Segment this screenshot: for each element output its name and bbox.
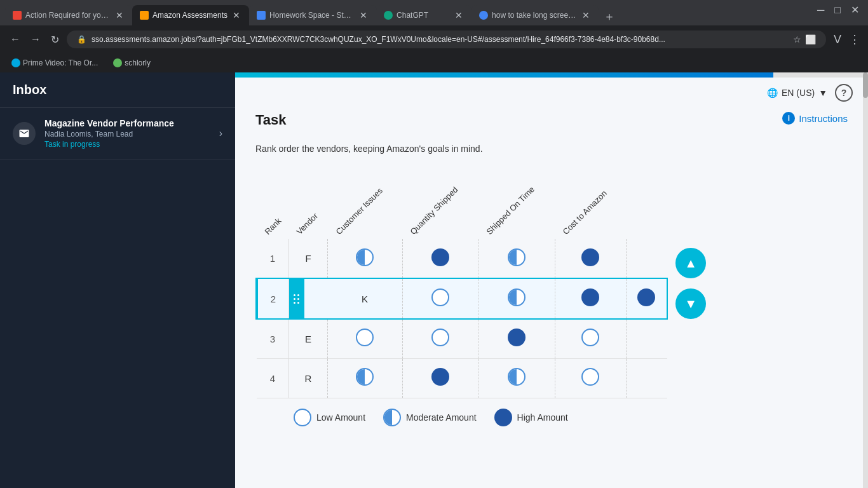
legend-low: Low Amount (294, 409, 365, 426)
data-cell (328, 239, 403, 278)
minimize-button[interactable]: ─ (813, 3, 828, 17)
browser-chrome: Action Required for your Am ✕ Amazon Ass… (0, 0, 868, 72)
moderate-circle (356, 248, 374, 266)
data-cell (626, 278, 667, 319)
extensions-icon[interactable]: ⬜ (805, 34, 816, 44)
tab-google-close[interactable]: ✕ (581, 10, 591, 21)
high-circle (431, 248, 449, 266)
tab-google[interactable]: how to take long screensho ✕ (471, 5, 599, 25)
low-circle (356, 329, 374, 346)
vendor-column-header: Vendor (288, 169, 327, 239)
tab-gmail-close[interactable]: ✕ (114, 10, 125, 21)
url-text: sso.assessments.amazon.jobs/?auth=jbFGb1… (92, 35, 788, 44)
menu-icon[interactable]: ⋮ (849, 32, 860, 46)
scrollbar-track (863, 72, 868, 488)
scrollbar-thumb[interactable] (863, 72, 868, 98)
legend-moderate: Moderate Amount (383, 409, 477, 426)
shipped-on-time-column-header: Shipped On Time (478, 169, 555, 239)
sidebar-item-status: Task in progress (44, 140, 210, 149)
quantity-shipped-column-header: Quantity Shipped (402, 169, 478, 239)
maximize-button[interactable]: □ (831, 3, 844, 17)
rank-cell: 4 (257, 358, 288, 398)
table-row: 3E (257, 319, 667, 358)
data-cell (328, 358, 403, 398)
tab-studyx-close[interactable]: ✕ (358, 10, 369, 21)
window-controls: ─ □ ✕ (813, 3, 863, 17)
tab-amazon-close[interactable]: ✕ (231, 10, 241, 21)
language-label: EN (US) (782, 88, 815, 98)
low-circle (581, 368, 599, 386)
bookmark-star-icon[interactable]: ☆ (793, 34, 801, 44)
data-cell (402, 319, 478, 358)
data-cell (478, 319, 555, 358)
mail-icon (13, 122, 36, 145)
data-cell (478, 239, 555, 278)
data-cell (555, 239, 626, 278)
tab-chatgpt[interactable]: ChatGPT ✕ (376, 5, 471, 25)
data-cell (402, 278, 478, 319)
moderate-amount-label: Moderate Amount (406, 412, 477, 423)
bookmark-schlorly[interactable]: schlorly (109, 57, 154, 69)
bookmark-prime-label: Prime Video: The Or... (23, 58, 98, 67)
progress-bar-container (235, 72, 868, 78)
language-selector[interactable]: 🌐 EN (US) ▼ (767, 88, 827, 98)
vendor-table: Rank Vendor Customer Issues (255, 169, 668, 398)
schlorly-favicon (113, 58, 122, 67)
task-header-row: Task i Instructions (255, 112, 848, 133)
studyx-favicon (257, 11, 266, 20)
url-input[interactable]: 🔒 sso.assessments.amazon.jobs/?auth=jbFG… (67, 30, 826, 48)
vendor-cell: K (328, 278, 403, 319)
new-tab-button[interactable]: ＋ (599, 8, 620, 25)
vendor-table-body: 1F2 K3E4R (257, 239, 667, 398)
tab-gmail[interactable]: Action Required for your Am ✕ (5, 5, 132, 25)
mail-svg (18, 128, 30, 139)
low-circle (581, 329, 599, 346)
vendor-cell: R (288, 358, 327, 398)
back-button[interactable]: ← (8, 31, 23, 48)
tab-amazon-title: Amazon Assessments (153, 11, 227, 20)
bookmarks-bar: Prime Video: The Or... schlorly (0, 53, 868, 72)
high-amount-label: High Amount (517, 412, 568, 423)
sidebar-item-magazine[interactable]: Magazine Vendor Performance Nadia Loomis… (0, 108, 235, 159)
high-circle (508, 329, 526, 346)
content-header: 🌐 EN (US) ▼ ? (235, 78, 868, 102)
low-amount-label: Low Amount (316, 412, 365, 423)
tab-amazon[interactable]: Amazon Assessments ✕ (132, 5, 249, 25)
task-content: Task i Instructions Rank order the vendo… (235, 102, 868, 442)
tab-chatgpt-close[interactable]: ✕ (454, 10, 464, 21)
tab-studyx[interactable]: Homework Space - StudyX ✕ (249, 5, 376, 25)
data-cell (478, 358, 555, 398)
rank-cell: 3 (257, 319, 288, 358)
drag-handle-cell[interactable] (288, 278, 327, 319)
vendor-cell: E (288, 319, 327, 358)
main-layout: Inbox Magazine Vendor Performance Nadia … (0, 72, 868, 488)
address-bar: ← → ↻ 🔒 sso.assessments.amazon.jobs/?aut… (0, 25, 868, 53)
tab-studyx-title: Homework Space - StudyX (269, 11, 355, 20)
move-up-button[interactable]: ▲ (675, 248, 706, 278)
reload-button[interactable]: ↻ (48, 31, 62, 48)
rank-cell: 1 (257, 239, 288, 278)
low-amount-icon (294, 409, 311, 426)
instructions-icon: i (782, 112, 795, 125)
cost-to-amazon-column-header: Cost to Amazon (555, 169, 626, 239)
customer-issues-header-label: Customer Issues (334, 186, 384, 236)
moderate-circle (508, 368, 526, 386)
bookmark-prime[interactable]: Prime Video: The Or... (8, 57, 102, 69)
data-cell (555, 358, 626, 398)
profile-icon[interactable]: V (834, 33, 841, 46)
rank-column-header: Rank (257, 169, 288, 239)
gmail-favicon (13, 11, 22, 20)
help-button[interactable]: ? (835, 84, 853, 102)
high-circle (637, 288, 655, 306)
sidebar: Inbox Magazine Vendor Performance Nadia … (0, 72, 235, 488)
instructions-button[interactable]: i Instructions (782, 112, 848, 125)
quantity-shipped-header-label: Quantity Shipped (409, 185, 460, 236)
prime-favicon (11, 58, 20, 67)
table-row[interactable]: 2 K (257, 278, 667, 319)
bookmark-schlorly-label: schlorly (125, 58, 151, 67)
customer-issues-column-header: Customer Issues (328, 169, 403, 239)
move-down-button[interactable]: ▼ (675, 288, 706, 319)
close-button[interactable]: ✕ (847, 3, 863, 17)
vendor-header-label: Vendor (295, 211, 320, 236)
forward-button[interactable]: → (28, 31, 43, 48)
